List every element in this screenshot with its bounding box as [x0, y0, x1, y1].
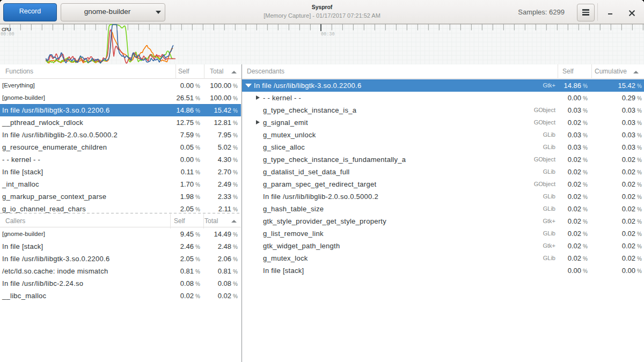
svg-text:00:30: 00:30: [321, 32, 335, 37]
svg-text:00:00: 00:00: [1, 32, 14, 37]
